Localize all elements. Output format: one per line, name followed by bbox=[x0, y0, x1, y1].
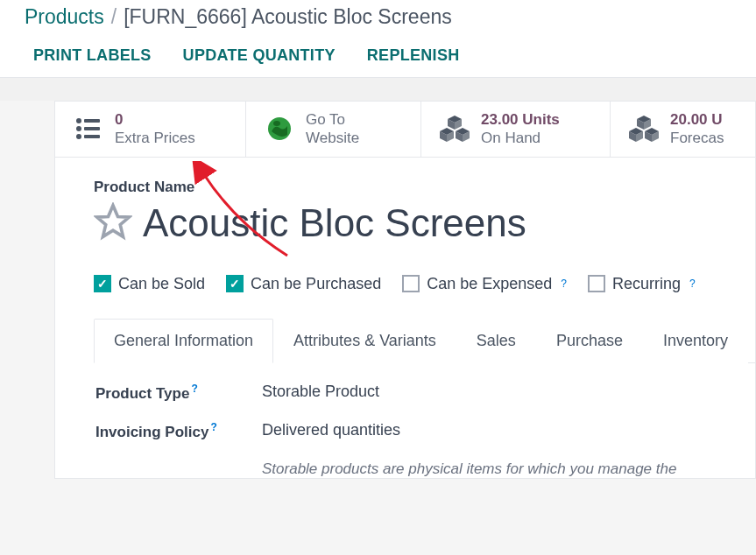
on-hand-value: 23.00 Units bbox=[481, 110, 560, 129]
product-name-label: Product Name bbox=[94, 179, 755, 196]
recurring-label: Recurring bbox=[612, 275, 681, 293]
stat-strip: 0 Extra Prices Go To Website bbox=[55, 102, 755, 158]
update-quantity-button[interactable]: UPDATE QUANTITY bbox=[183, 46, 336, 65]
product-type-help-text: Storable products are physical items for… bbox=[262, 460, 755, 478]
card-body: Product Name Acoustic Bloc Screens Can b… bbox=[55, 158, 755, 478]
on-hand-label: On Hand bbox=[481, 129, 560, 147]
checkbox-checked-icon bbox=[226, 275, 244, 292]
can-be-sold-checkbox[interactable]: Can be Sold bbox=[94, 275, 205, 293]
globe-icon bbox=[264, 113, 295, 144]
cubes-icon bbox=[628, 113, 660, 144]
product-name-row: Acoustic Bloc Screens bbox=[94, 201, 755, 245]
cubes-icon bbox=[439, 113, 470, 144]
help-icon[interactable]: ? bbox=[191, 383, 197, 395]
breadcrumb: Products / [FURN_6666] Acoustic Bloc Scr… bbox=[0, 0, 756, 38]
svg-point-2 bbox=[76, 126, 81, 131]
website-line1: Go To bbox=[306, 110, 359, 129]
extra-prices-button[interactable]: 0 Extra Prices bbox=[55, 102, 246, 157]
action-toolbar: PRINT LABELS UPDATE QUANTITY REPLENISH bbox=[0, 38, 756, 78]
tab-general-information[interactable]: General Information bbox=[94, 319, 273, 363]
replenish-button[interactable]: REPLENISH bbox=[367, 46, 460, 65]
forecasted-value: 20.00 U bbox=[670, 110, 724, 129]
extra-prices-label: Extra Prices bbox=[115, 129, 195, 147]
can-be-expensed-checkbox[interactable]: Can be Expensed ? bbox=[402, 275, 567, 293]
invoicing-policy-value[interactable]: Delivered quantities bbox=[262, 421, 400, 439]
product-type-label: Product Type? bbox=[95, 383, 262, 403]
tab-sales[interactable]: Sales bbox=[456, 319, 536, 363]
on-hand-button[interactable]: 23.00 Units On Hand bbox=[421, 102, 611, 157]
can-be-expensed-label: Can be Expensed bbox=[427, 275, 552, 293]
breadcrumb-separator: / bbox=[111, 5, 117, 29]
layout-gap bbox=[0, 78, 756, 101]
svg-point-0 bbox=[76, 118, 81, 123]
list-icon bbox=[73, 113, 104, 144]
svg-point-7 bbox=[273, 121, 280, 126]
favorite-star-icon[interactable] bbox=[94, 202, 132, 244]
tab-attributes-variants[interactable]: Attributes & Variants bbox=[273, 319, 456, 363]
product-tabs: General Information Attributes & Variant… bbox=[94, 318, 755, 363]
print-labels-button[interactable]: PRINT LABELS bbox=[33, 46, 152, 65]
help-icon[interactable]: ? bbox=[689, 278, 696, 290]
tab-inventory[interactable]: Inventory bbox=[643, 319, 748, 363]
invoicing-policy-label: Invoicing Policy? bbox=[95, 421, 262, 441]
can-be-purchased-checkbox[interactable]: Can be Purchased bbox=[226, 275, 381, 293]
can-be-purchased-label: Can be Purchased bbox=[251, 275, 381, 293]
forecasted-button[interactable]: 20.00 U Forecas bbox=[611, 102, 751, 157]
help-icon[interactable]: ? bbox=[561, 278, 567, 290]
product-options-row: Can be Sold Can be Purchased Can be Expe… bbox=[94, 275, 755, 293]
extra-prices-value: 0 bbox=[115, 110, 195, 129]
svg-marker-8 bbox=[97, 205, 130, 236]
go-to-website-button[interactable]: Go To Website bbox=[246, 102, 421, 157]
checkbox-unchecked-icon bbox=[588, 275, 605, 292]
product-name-input[interactable]: Acoustic Bloc Screens bbox=[143, 201, 526, 245]
general-info-panel: Product Type? Storable Product Invoicing… bbox=[94, 363, 755, 478]
checkbox-checked-icon bbox=[94, 275, 111, 292]
svg-rect-5 bbox=[84, 135, 100, 138]
product-card: 0 Extra Prices Go To Website bbox=[54, 101, 756, 479]
checkbox-unchecked-icon bbox=[402, 275, 420, 292]
product-type-value[interactable]: Storable Product bbox=[262, 383, 379, 401]
breadcrumb-products-link[interactable]: Products bbox=[25, 5, 104, 29]
forecasted-label: Forecas bbox=[670, 129, 724, 147]
can-be-sold-label: Can be Sold bbox=[118, 275, 205, 293]
breadcrumb-current: [FURN_6666] Acoustic Bloc Screens bbox=[124, 5, 452, 29]
svg-rect-3 bbox=[84, 127, 100, 130]
help-icon[interactable]: ? bbox=[210, 421, 216, 433]
recurring-checkbox[interactable]: Recurring ? bbox=[588, 275, 696, 293]
tab-purchase[interactable]: Purchase bbox=[536, 319, 643, 363]
svg-rect-1 bbox=[84, 119, 100, 123]
website-line2: Website bbox=[306, 129, 359, 147]
svg-point-4 bbox=[76, 134, 81, 139]
